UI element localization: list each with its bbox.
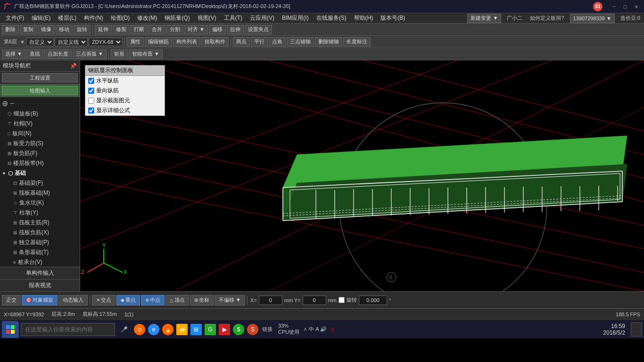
tree-duli-jichu[interactable]: ⊞ 独立基础(P) — [0, 238, 80, 247]
minimize-button[interactable]: － — [610, 3, 618, 10]
tree-jishuikeng[interactable]: ☆ 集水坑(K) — [0, 198, 80, 208]
btn-smart-layout[interactable]: 智能布置 ▼ — [129, 49, 163, 59]
x-input[interactable] — [259, 296, 282, 305]
tree-tiaox[interactable]: ⊞ 条形基础(T) — [0, 247, 80, 257]
btn-line[interactable]: 直线 — [26, 49, 43, 59]
btn-del-aux[interactable]: 删除辅轴 — [315, 37, 342, 47]
btn-edit-rebar[interactable]: 编辑钢筋 — [145, 37, 172, 47]
btn-project-setup[interactable]: 工程设置 — [2, 73, 78, 82]
rotate-input[interactable] — [359, 296, 387, 305]
btn-ortho[interactable]: 正交 — [2, 295, 21, 305]
menu-view[interactable]: 视图(V) — [194, 13, 220, 23]
task-icon-mic[interactable]: 🎤 — [117, 322, 131, 337]
btn-nooffset[interactable]: 不偏移 ▼ — [215, 295, 245, 305]
tree-banjian[interactable]: □ 板间(N) — [0, 129, 80, 139]
btn-coord[interactable]: ⊞坐标 — [190, 295, 214, 305]
chk-section-elem[interactable] — [88, 98, 94, 104]
start-button[interactable] — [2, 321, 19, 338]
tree-zhuma[interactable]: ⊤ 柱帽(V) — [0, 119, 80, 129]
task-icon-app1[interactable]: ⊞ — [190, 324, 202, 335]
menu-help[interactable]: 帮助(H) — [350, 13, 377, 23]
window-controls[interactable]: － □ × — [610, 3, 640, 10]
menu-cloud[interactable]: 云应用(V) — [246, 13, 278, 23]
tree-zhuangtai[interactable]: ≡ 桩承台(V) — [0, 257, 80, 267]
btn-parallel[interactable]: 平行 — [251, 37, 268, 47]
task-icon-browser1[interactable]: ⊙ — [134, 324, 145, 335]
tree-fuj[interactable]: ⊞ 板负筋(F) — [0, 148, 80, 158]
menu-bim[interactable]: BIM应用(I) — [278, 13, 313, 23]
btn-trim[interactable]: 修剪 — [113, 25, 130, 34]
btn-rect[interactable]: 矩形 — [111, 49, 128, 59]
menu-tools[interactable]: 工具(T) — [220, 13, 246, 23]
btn-copy[interactable]: 复制 — [20, 25, 37, 34]
btn-stretch[interactable]: 拉伸 — [227, 25, 244, 34]
btn-intersect[interactable]: ✕交点 — [92, 295, 116, 305]
task-icon-app2[interactable]: G — [205, 324, 216, 335]
tree-faban-fuj[interactable]: ⊞ 筏板负筋(X) — [0, 228, 80, 238]
btn-rotate[interactable]: 旋转 — [74, 25, 91, 34]
tree-zhudun[interactable]: ⊤ 柱墩(Y) — [0, 208, 80, 218]
chk-detail-formula[interactable] — [88, 107, 94, 114]
menu-draw[interactable]: 绘图(D) — [107, 13, 134, 23]
linetype-select[interactable]: 自定义线 — [55, 38, 88, 46]
tree-loudai[interactable]: ⊟ 楼层板带(H) — [0, 158, 80, 168]
btn-point-length[interactable]: 点加长度 — [44, 49, 72, 59]
btn-property[interactable]: 属性 — [127, 37, 144, 47]
rotate-checkbox[interactable] — [339, 297, 345, 303]
btn-vertex[interactable]: △顶点 — [165, 295, 189, 305]
close-button[interactable]: × — [633, 3, 640, 10]
layer-select[interactable]: 自定义 — [26, 38, 54, 46]
btn-comp-list[interactable]: 构件列表 — [173, 37, 200, 47]
btn-osnap[interactable]: 🎯对象捕捉 — [22, 295, 58, 305]
chk-vertical-rebar[interactable] — [88, 88, 94, 94]
btn-midpoint[interactable]: ◆重点 — [116, 295, 140, 305]
tree-faban[interactable]: ⊞ 筏板基础(M) — [0, 188, 80, 198]
btn-merge[interactable]: 合并 — [149, 25, 165, 34]
btn-arc[interactable]: 三点画弧 ▼ — [73, 49, 107, 59]
btn-draw-input[interactable]: 绘图输入 — [2, 86, 78, 95]
tree-shouli[interactable]: ⊞ 板受力筋(S) — [0, 139, 80, 148]
menu-floor[interactable]: 楼层(L) — [54, 13, 80, 23]
btn-pick-comp[interactable]: 拾取构件 — [201, 37, 229, 47]
menu-modify[interactable]: 修改(M) — [133, 13, 161, 23]
sidebar-pin[interactable]: 📌 — [70, 63, 77, 69]
btn-offset[interactable]: 偏移 — [209, 25, 226, 34]
task-icon-app3[interactable]: ▶ — [219, 324, 230, 335]
menu-version[interactable]: 版本号(B) — [377, 13, 409, 23]
canvas-area[interactable]: 钢筋显示控制面板 水平纵筋 垂向纵筋 显示截面图元 显示详细公式 — [80, 60, 644, 291]
btn-point-angle[interactable]: 点角 — [269, 37, 286, 47]
btn-align[interactable]: 对齐 ▼ — [184, 25, 208, 34]
task-icon-browser3[interactable]: 🔥 — [162, 324, 173, 335]
tree-luoxuanban[interactable]: ⬡ 螺旋板(B) — [0, 109, 80, 119]
btn-dynin[interactable]: 动态输入 — [58, 295, 88, 305]
btn-extend[interactable]: 延伸 — [95, 25, 112, 34]
show-desktop-btn[interactable] — [631, 322, 642, 337]
maximize-button[interactable]: □ — [621, 3, 629, 10]
search-box[interactable] — [21, 323, 115, 336]
tree-faban-zhuj[interactable]: ⊞ 筏板主筋(R) — [0, 218, 80, 228]
menu-online[interactable]: 在线服务(S) — [313, 13, 350, 23]
btn-single-comp[interactable]: 单构件输入 — [0, 267, 80, 279]
btn-center[interactable]: ⊕中点 — [141, 295, 165, 305]
menu-edit[interactable]: 编辑(E) — [28, 13, 54, 23]
group-jichu[interactable]: ▼ ⬡ 基础 — [0, 168, 80, 178]
btn-mirror[interactable]: 镜像 — [38, 25, 55, 34]
y-input[interactable] — [303, 296, 326, 305]
line-value-select[interactable]: ZDYX-68 — [89, 38, 123, 46]
task-icon-browser2[interactable]: e — [148, 324, 159, 335]
btn-split[interactable]: 分割 — [166, 25, 183, 34]
btn-three-aux[interactable]: 三点辅轴 — [287, 37, 314, 47]
task-icon-explorer[interactable]: 📁 — [176, 324, 188, 335]
btn-grip[interactable]: 设置夹点 — [245, 25, 272, 34]
btn-select[interactable]: 选择 ▼ — [2, 49, 25, 59]
taskbar-clock[interactable]: 16:59 2018/5/2 — [603, 323, 629, 336]
menu-component[interactable]: 构件(N) — [80, 13, 107, 23]
task-icon-app5[interactable]: S — [247, 324, 258, 335]
menu-rebar[interactable]: 钢筋量(Q) — [161, 13, 193, 23]
rebar-panel-title[interactable]: 钢筋显示控制面板 — [85, 66, 165, 76]
btn-report[interactable]: 报表视览 — [0, 279, 80, 291]
task-icon-app4[interactable]: $ — [233, 324, 244, 335]
btn-delete[interactable]: 删除 — [2, 25, 19, 34]
tree-jichu-liang[interactable]: ⊡ 基础梁(F) — [0, 178, 80, 188]
menu-file[interactable]: 文件(F) — [2, 13, 28, 23]
